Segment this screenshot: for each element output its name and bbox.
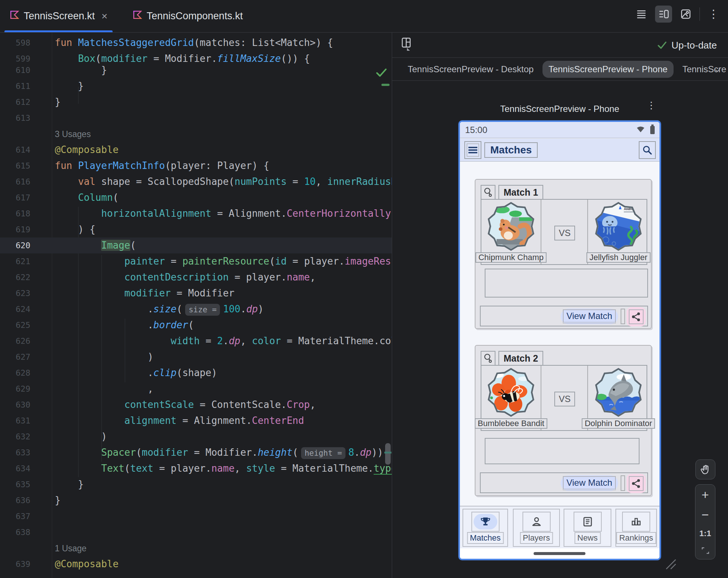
- view-match-label: View Match: [563, 309, 616, 323]
- card-actions: View Match: [480, 306, 648, 326]
- code-editor[interactable]: 598fun MatchesStaggeredGrid(matches: Lis…: [0, 33, 392, 578]
- player-name: Dolphin Dominator: [582, 418, 655, 429]
- hamburger-icon: [468, 146, 478, 154]
- preview-more-button[interactable]: ⋮: [647, 103, 654, 108]
- share-icon: [631, 312, 641, 322]
- preview-title: TennisScreenPreview - Phone: [458, 104, 661, 114]
- code-line: 613: [0, 110, 392, 126]
- preview-layout-button[interactable]: [400, 37, 417, 54]
- dropdown-arrow-icon: [407, 48, 410, 51]
- kotlin-file-icon: [10, 10, 19, 22]
- share-button[interactable]: [627, 474, 646, 493]
- match-card: Match 1: [475, 179, 652, 329]
- split-view-button[interactable]: [655, 6, 672, 23]
- code-line: 611 }: [0, 78, 392, 94]
- chevron-down-icon[interactable]: ⌄: [713, 63, 721, 74]
- spacer-cell: [621, 475, 625, 491]
- score-section: Score 6-4, 6-2: [485, 269, 648, 298]
- code-line: 616 val shape = ScallopedShape(numPoints…: [0, 174, 392, 190]
- code-line: 622 contentDescription = player.name,: [0, 269, 392, 285]
- tab-label: TennisScreen.kt: [24, 10, 95, 22]
- zoom-in-button[interactable]: +: [702, 488, 709, 501]
- code-line: 633 Spacer(modifier = Modifier.height(he…: [0, 445, 392, 461]
- zoom-controls: + − 1:1: [695, 484, 715, 559]
- share-icon: [631, 479, 641, 488]
- code-lines: 598fun MatchesStaggeredGrid(matches: Lis…: [0, 35, 392, 572]
- code-line: 638: [0, 524, 392, 540]
- share-button[interactable]: [627, 307, 646, 326]
- code-line: 618 horizontalAlignment = Alignment.Cent…: [0, 206, 392, 222]
- search-button[interactable]: [639, 141, 656, 159]
- home-indicator[interactable]: [534, 552, 585, 555]
- kotlin-file-icon: [133, 10, 142, 22]
- clock-text: 15:00: [465, 125, 487, 135]
- code-view-button[interactable]: [633, 6, 650, 23]
- tab-label: TennisComponents.kt: [147, 10, 243, 22]
- avatar-chipmunk: [487, 202, 535, 251]
- preview-tab-strip: TennisScreenPreview - Desktop TennisScre…: [392, 58, 728, 81]
- code-line: 623 modifier = Modifier: [0, 285, 392, 301]
- code-line: 629 ,: [0, 381, 392, 397]
- close-icon[interactable]: ×: [101, 10, 107, 22]
- tab-tennisscreen[interactable]: TennisScreen.kt ×: [3, 0, 114, 32]
- code-line: 620 Image(: [0, 237, 392, 253]
- nav-item-matches[interactable]: Matches: [462, 509, 508, 547]
- view-match-button[interactable]: View Match: [561, 475, 618, 491]
- usage-hint-line: 3 Usages: [0, 126, 392, 142]
- editor-scrollbar[interactable]: [385, 443, 391, 465]
- code-line: 630 contentScale = ContentScale.Crop,: [0, 397, 392, 413]
- more-options-button[interactable]: ⋮: [705, 6, 722, 23]
- design-view-button[interactable]: [677, 6, 694, 23]
- menu-button[interactable]: [464, 141, 481, 159]
- hand-icon: [700, 464, 711, 475]
- code-line: 636}: [0, 492, 392, 508]
- code-line: 621 painter = painterResource(id = playe…: [0, 253, 392, 269]
- divider: [699, 7, 700, 21]
- player-name: Bumblebee Bandit: [475, 418, 547, 429]
- bottom-nav: Matches Players News: [460, 506, 659, 548]
- code-line: 631 alignment = Alignment.CenterEnd: [0, 413, 392, 429]
- code-line: 625 .border(: [0, 317, 392, 333]
- code-line: 635 }: [0, 476, 392, 492]
- nav-item-rankings[interactable]: Rankings: [615, 509, 657, 547]
- editor-view-actions: ⋮: [633, 4, 722, 24]
- fit-to-screen-button[interactable]: [701, 546, 710, 555]
- nav-item-players[interactable]: Players: [513, 509, 560, 547]
- player-cell: Bumblebee Bandit: [481, 366, 541, 430]
- match-title: Match 2: [498, 351, 543, 366]
- tab-tenniscomponents[interactable]: TennisComponents.kt: [126, 0, 250, 32]
- vs-label: VS: [554, 226, 575, 240]
- trophy-icon: [480, 516, 491, 527]
- battery-icon: [650, 124, 655, 134]
- player-cell: Chipmunk Champ: [481, 200, 541, 264]
- resize-handle[interactable]: [663, 558, 676, 569]
- preview-tab-phone[interactable]: TennisScreenPreview - Phone: [542, 61, 674, 78]
- view-match-button[interactable]: View Match: [561, 309, 618, 324]
- racket-icon: [481, 351, 495, 366]
- card-actions: View Match: [480, 472, 648, 493]
- nav-label: News: [574, 532, 601, 544]
- avatar-bumblebee: [487, 368, 535, 417]
- app-title: Matches: [484, 142, 538, 158]
- person-icon: [531, 516, 542, 527]
- nav-item-news[interactable]: News: [564, 509, 611, 547]
- search-icon: [642, 145, 652, 155]
- zoom-out-button[interactable]: −: [702, 508, 709, 521]
- match-title: Match 1: [498, 185, 543, 200]
- inspection-marker: [381, 84, 390, 86]
- player-cell: Dolphin Dominator: [589, 366, 648, 430]
- phone-preview: 15:00 Matches Match 1: [458, 120, 661, 560]
- match-card: Match 2: [475, 345, 652, 496]
- preview-tab-desktop[interactable]: TennisScreenPreview - Desktop: [402, 61, 540, 78]
- app-bar: Matches: [460, 139, 659, 162]
- code-line: 612}: [0, 94, 392, 110]
- home-indicator-area: [460, 548, 659, 559]
- code-line: 634 Text(text = player.name, style = Mat…: [0, 461, 392, 476]
- zoom-level[interactable]: 1:1: [699, 529, 711, 538]
- nav-label: Players: [520, 532, 553, 544]
- avatar-jellyfish: Android S: [594, 202, 643, 251]
- inspections-ok-icon[interactable]: [375, 67, 387, 78]
- wifi-icon: [637, 126, 645, 133]
- preview-toolbar: Up-to-date: [392, 33, 728, 58]
- pan-tool-button[interactable]: [695, 459, 715, 479]
